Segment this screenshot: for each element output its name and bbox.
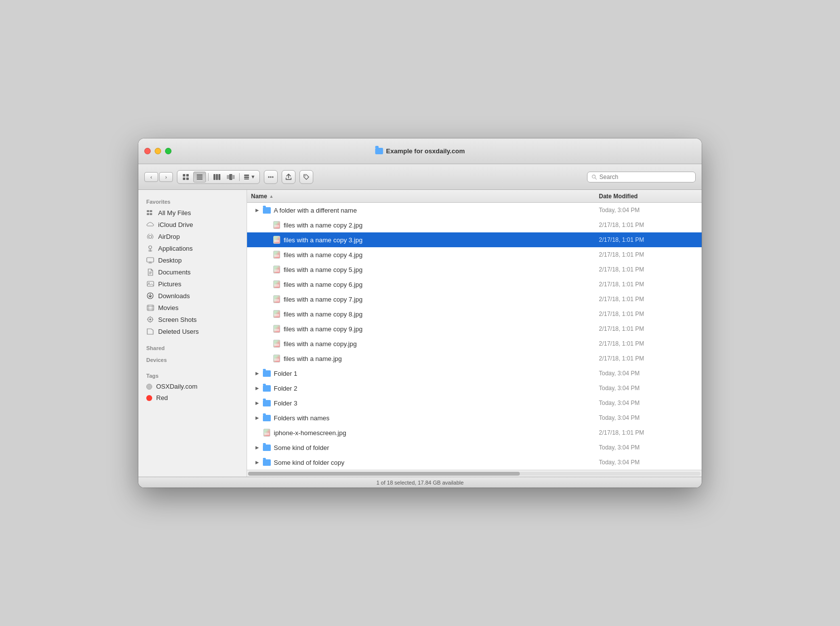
sidebar-item-tag-red[interactable]: Red (138, 392, 247, 403)
sidebar-item-screen-shots[interactable]: Screen Shots (138, 313, 247, 325)
sidebar-item-deleted-users[interactable]: Deleted Users (138, 325, 247, 337)
file-date: Today, 3:04 PM (599, 400, 698, 406)
svg-rect-44 (152, 305, 153, 311)
file-date: Today, 3:04 PM (599, 370, 698, 377)
file-date: 2/17/18, 1:01 PM (599, 355, 698, 362)
file-name: Folder 3 (274, 400, 297, 407)
table-row[interactable]: files with a name.jpg2/17/18, 1:01 PM (247, 351, 702, 366)
col-name-header[interactable]: Name ▲ (251, 193, 599, 200)
expand-arrow-icon[interactable] (264, 267, 270, 272)
svg-point-38 (148, 282, 149, 283)
expand-arrow-icon[interactable] (264, 252, 270, 258)
pictures-icon (146, 280, 154, 288)
titlebar-title: Example for osxdaily.com (375, 147, 464, 155)
search-box[interactable] (587, 172, 696, 182)
list-view-button[interactable] (193, 172, 206, 182)
screen-shots-icon (146, 315, 154, 323)
expand-arrow-icon[interactable] (264, 237, 270, 243)
expand-arrow-icon[interactable]: ▶ (254, 385, 260, 391)
column-view-button[interactable] (210, 172, 223, 182)
back-button[interactable]: ‹ (144, 172, 158, 182)
share-button[interactable] (282, 170, 295, 184)
tag-button[interactable] (299, 170, 313, 184)
expand-arrow-icon[interactable] (264, 222, 270, 228)
sidebar-item-icloud-drive[interactable]: iCloud Drive (138, 219, 247, 230)
table-row[interactable]: ▶Some kind of folder copyToday, 3:04 PM (247, 455, 702, 470)
expand-arrow-icon[interactable]: ▶ (254, 415, 260, 421)
sidebar-item-tag-osxdaily[interactable]: OSXDaily.com (138, 381, 247, 392)
search-input[interactable] (599, 174, 691, 180)
file-name: files with a name copy 8.jpg (284, 311, 363, 318)
expand-arrow-icon[interactable] (264, 326, 270, 332)
maximize-button[interactable] (165, 148, 171, 154)
folder-icon (263, 399, 271, 407)
sidebar-item-movies[interactable]: Movies (138, 302, 247, 313)
table-row[interactable]: files with a name copy 8.jpg2/17/18, 1:0… (247, 307, 702, 321)
table-row[interactable]: ▶Folder 2Today, 3:04 PM (247, 381, 702, 396)
toolbar: ‹ › (138, 164, 702, 190)
file-date: Today, 3:04 PM (599, 459, 698, 466)
table-row[interactable]: files with a name copy 3.jpg2/17/18, 1:0… (247, 232, 702, 247)
table-row[interactable]: files with a name copy 6.jpg2/17/18, 1:0… (247, 277, 702, 292)
expand-arrow-icon[interactable] (264, 341, 270, 347)
sidebar-item-pictures[interactable]: Pictures (138, 278, 247, 290)
col-date-header[interactable]: Date Modified (599, 193, 698, 200)
svg-rect-3 (186, 178, 189, 180)
expand-arrow-icon[interactable]: ▶ (254, 459, 260, 465)
sidebar-item-downloads[interactable]: Downloads (138, 290, 247, 302)
table-row[interactable]: ▶Folders with namesToday, 3:04 PM (247, 410, 702, 425)
table-row[interactable]: files with a name copy 2.jpg2/17/18, 1:0… (247, 218, 702, 232)
table-row[interactable]: ▶A folder with a different nameToday, 3:… (247, 203, 702, 218)
table-row[interactable]: files with a name copy 7.jpg2/17/18, 1:0… (247, 292, 702, 307)
sidebar-label: Red (156, 394, 168, 402)
svg-rect-42 (147, 309, 154, 310)
sidebar-label: Screen Shots (158, 316, 197, 323)
statusbar: 1 of 18 selected, 17.84 GB available (138, 477, 702, 488)
expand-arrow-icon[interactable] (264, 281, 270, 287)
table-row[interactable]: iphone-x-homescreen.jpg2/17/18, 1:01 PM (247, 425, 702, 440)
sidebar-item-all-my-files[interactable]: All My Files (138, 207, 247, 219)
svg-rect-22 (147, 210, 149, 212)
expand-arrow-icon[interactable] (264, 311, 270, 317)
svg-rect-23 (150, 210, 152, 212)
svg-line-21 (595, 178, 596, 179)
svg-rect-37 (147, 281, 154, 286)
table-row[interactable]: files with a name copy 4.jpg2/17/18, 1:0… (247, 247, 702, 262)
svg-point-27 (149, 246, 152, 249)
action-button[interactable] (264, 170, 278, 184)
table-row[interactable]: ▶Folder 1Today, 3:04 PM (247, 366, 702, 381)
table-row[interactable]: files with a name copy 9.jpg2/17/18, 1:0… (247, 321, 702, 336)
group-arrange-button[interactable]: ▼ (242, 172, 257, 182)
table-row[interactable]: ▶Folder 3Today, 3:04 PM (247, 396, 702, 410)
view-divider-2 (239, 173, 240, 181)
sidebar-item-documents[interactable]: Documents (138, 266, 247, 278)
view-buttons: ▼ (177, 170, 260, 184)
sidebar-label: AirDrop (158, 233, 180, 240)
expand-arrow-icon[interactable] (264, 296, 270, 302)
file-icon (273, 236, 281, 244)
forward-button[interactable]: › (159, 172, 173, 182)
close-button[interactable] (144, 148, 151, 154)
sidebar-item-applications[interactable]: Applications (138, 242, 247, 254)
expand-arrow-icon[interactable] (254, 430, 260, 436)
expand-arrow-icon[interactable]: ▶ (254, 207, 260, 213)
expand-arrow-icon[interactable]: ▶ (254, 370, 260, 376)
expand-arrow-icon[interactable]: ▶ (254, 445, 260, 450)
svg-rect-43 (148, 305, 149, 311)
cover-flow-button[interactable] (224, 172, 237, 182)
horizontal-scrollbar[interactable] (247, 470, 702, 477)
icon-view-button[interactable] (179, 172, 192, 182)
sidebar-item-desktop[interactable]: Desktop (138, 254, 247, 266)
table-row[interactable]: files with a name copy.jpg2/17/18, 1:01 … (247, 336, 702, 351)
col-name-label: Name (251, 193, 267, 200)
expand-arrow-icon[interactable]: ▶ (254, 400, 260, 406)
table-row[interactable]: ▶Some kind of folderToday, 3:04 PM (247, 440, 702, 455)
svg-rect-6 (197, 179, 203, 179)
expand-arrow-icon[interactable] (264, 356, 270, 361)
table-row[interactable]: files with a name copy 5.jpg2/17/18, 1:0… (247, 262, 702, 277)
sidebar-item-airdrop[interactable]: AirDrop (138, 230, 247, 242)
folder-icon (263, 458, 271, 466)
file-icon (273, 266, 281, 273)
file-date: 2/17/18, 1:01 PM (599, 281, 698, 288)
minimize-button[interactable] (155, 148, 161, 154)
